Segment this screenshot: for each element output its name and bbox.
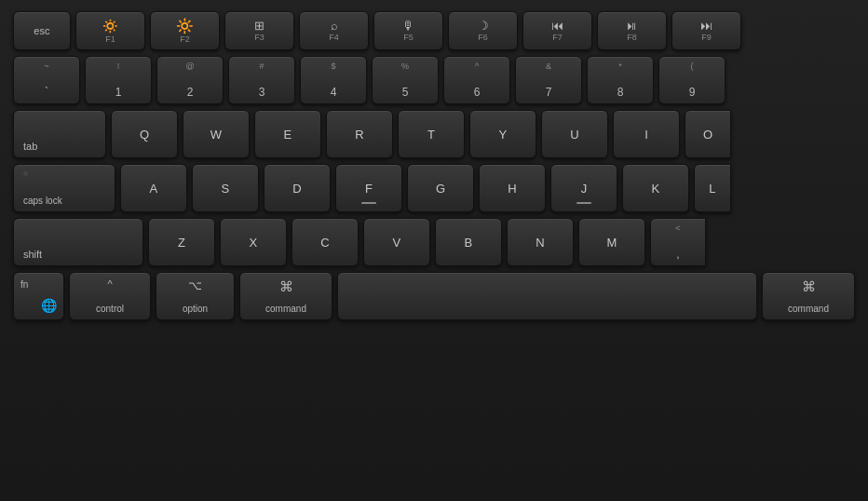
- key-f9[interactable]: ⏭ F9: [671, 11, 741, 50]
- key-f4[interactable]: ⌕ F4: [299, 11, 369, 50]
- key-fn[interactable]: fn 🌐: [13, 272, 64, 320]
- search-icon: ⌕: [331, 19, 338, 33]
- key-s[interactable]: S: [192, 164, 259, 212]
- f-bump: [361, 202, 376, 204]
- key-f5[interactable]: 🎙 F5: [373, 11, 443, 50]
- fast-forward-icon: ⏭: [700, 19, 712, 33]
- key-control[interactable]: ^ control: [69, 272, 151, 320]
- key-tilde[interactable]: ~ `: [13, 56, 80, 104]
- key-5[interactable]: % 5: [372, 56, 439, 104]
- caps-lock-indicator: [23, 171, 28, 176]
- key-g[interactable]: G: [407, 164, 474, 212]
- key-e[interactable]: E: [254, 110, 321, 158]
- globe-icon: 🌐: [41, 298, 57, 313]
- keyboard: esc 🔅 F1 🔆 F2 ⊞ F3 ⌕ F4 🎙 F5 ☽ F6: [0, 0, 868, 501]
- key-f2[interactable]: 🔆 F2: [150, 11, 220, 50]
- key-tab[interactable]: tab: [13, 110, 106, 158]
- key-3[interactable]: # 3: [228, 56, 295, 104]
- key-shift-left[interactable]: shift: [13, 218, 143, 266]
- function-row: esc 🔅 F1 🔆 F2 ⊞ F3 ⌕ F4 🎙 F5 ☽ F6: [13, 11, 855, 50]
- key-f3[interactable]: ⊞ F3: [224, 11, 294, 50]
- qwerty-row: tab Q W E R T Y U I O: [13, 110, 855, 158]
- key-9[interactable]: ( 9: [658, 56, 726, 104]
- key-u[interactable]: U: [541, 110, 608, 158]
- key-j[interactable]: J: [550, 164, 617, 212]
- number-row: ~ ` ! 1 @ 2 # 3 $ 4 % 5 ^ 6 & 7: [13, 56, 855, 104]
- key-a[interactable]: A: [120, 164, 187, 212]
- key-2[interactable]: @ 2: [156, 56, 224, 104]
- key-i[interactable]: I: [613, 110, 680, 158]
- asdf-row: caps lock A S D F G H J K L: [13, 164, 855, 212]
- microphone-icon: 🎙: [402, 19, 414, 33]
- zxcv-row: shift Z X C V B N M < ,: [13, 218, 855, 266]
- key-f8[interactable]: ⏯ F8: [597, 11, 667, 50]
- key-h[interactable]: H: [479, 164, 546, 212]
- key-w[interactable]: W: [183, 110, 250, 158]
- key-command-left[interactable]: ⌘ command: [239, 272, 332, 320]
- key-f1[interactable]: 🔅 F1: [75, 11, 145, 50]
- key-6[interactable]: ^ 6: [443, 56, 510, 104]
- key-b[interactable]: B: [435, 218, 502, 266]
- key-4[interactable]: $ 4: [300, 56, 367, 104]
- key-n[interactable]: N: [507, 218, 574, 266]
- key-c[interactable]: C: [292, 218, 359, 266]
- key-o[interactable]: O: [685, 110, 731, 158]
- brightness-low-icon: 🔅: [102, 18, 119, 34]
- key-7[interactable]: & 7: [515, 56, 582, 104]
- key-1[interactable]: ! 1: [85, 56, 152, 104]
- key-l[interactable]: L: [694, 164, 731, 212]
- key-space[interactable]: [337, 272, 757, 320]
- key-m[interactable]: M: [578, 218, 645, 266]
- key-z[interactable]: Z: [148, 218, 215, 266]
- j-bump: [576, 202, 591, 204]
- key-option[interactable]: ⌥ option: [156, 272, 235, 320]
- key-f6[interactable]: ☽ F6: [448, 11, 518, 50]
- key-d[interactable]: D: [264, 164, 331, 212]
- key-command-right[interactable]: ⌘ command: [762, 272, 855, 320]
- key-q[interactable]: Q: [111, 110, 178, 158]
- key-caps-lock[interactable]: caps lock: [13, 164, 115, 212]
- key-y[interactable]: Y: [469, 110, 536, 158]
- key-f7[interactable]: ⏮ F7: [522, 11, 592, 50]
- key-esc[interactable]: esc: [13, 11, 71, 50]
- play-pause-icon: ⏯: [626, 19, 638, 33]
- bottom-row: fn 🌐 ^ control ⌥ option ⌘ command ⌘ comm…: [13, 272, 855, 320]
- key-r[interactable]: R: [326, 110, 393, 158]
- mission-control-icon: ⊞: [254, 19, 264, 33]
- key-x[interactable]: X: [220, 218, 287, 266]
- rewind-icon: ⏮: [551, 19, 563, 33]
- key-8[interactable]: * 8: [587, 56, 654, 104]
- key-v[interactable]: V: [363, 218, 430, 266]
- key-comma[interactable]: < ,: [650, 218, 706, 266]
- brightness-high-icon: 🔆: [176, 18, 194, 34]
- key-t[interactable]: T: [398, 110, 465, 158]
- key-f[interactable]: F: [335, 164, 402, 212]
- key-k[interactable]: K: [622, 164, 689, 212]
- do-not-disturb-icon: ☽: [478, 19, 489, 33]
